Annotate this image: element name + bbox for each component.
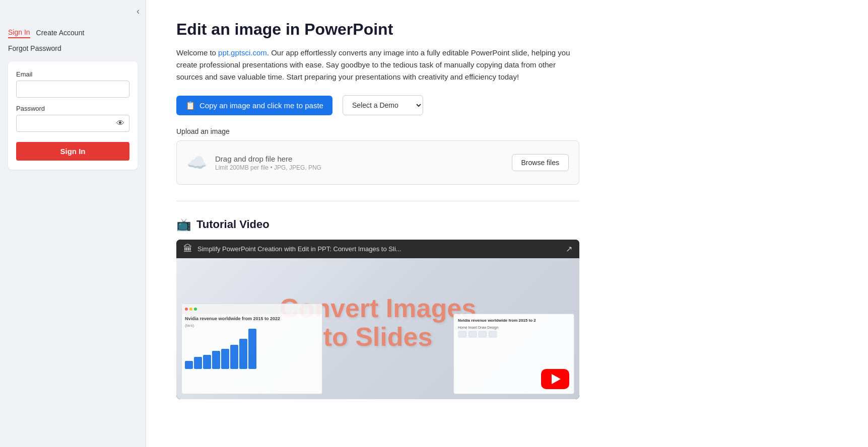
paste-button-label: Copy an image and click me to paste [199,101,323,110]
upload-left: ☁️ Drag and drop file here Limit 200MB p… [187,153,321,172]
upload-label: Upload an image [176,127,838,135]
video-bar-left: 🏛 Simplify PowerPoint Creation with Edit… [183,244,402,254]
slide-left-title: Nvidia revenue worldwide from 2015 to 20… [185,316,319,321]
tab-signin[interactable]: Sign In [8,28,30,38]
email-group: Email [16,70,129,98]
video-channel-icon: 🏛 [183,244,192,254]
file-limit-text: Limit 200MB per file • JPG, JPEG, PNG [215,164,321,171]
cloud-upload-icon: ☁️ [187,153,207,172]
video-title-text: Simplify PowerPoint Creation with Edit i… [197,245,402,253]
slide-preview-left: Nvidia revenue worldwide from 2015 to 20… [181,304,322,394]
share-icon[interactable]: ↗ [566,244,572,254]
slide-left-sub: (lars) [185,323,319,328]
description-prefix: Welcome to [176,48,218,57]
sign-in-button[interactable]: Sign In [16,142,129,161]
password-input[interactable] [16,115,129,132]
password-label: Password [16,105,129,112]
tab-create-account[interactable]: Create Account [36,28,85,38]
password-input-wrapper: 👁 [16,115,129,132]
dot-yellow [189,308,192,311]
video-container[interactable]: 🏛 Simplify PowerPoint Creation with Edit… [176,240,579,399]
upload-area[interactable]: ☁️ Drag and drop file here Limit 200MB p… [176,140,579,185]
actions-row: 📋 Copy an image and click me to paste Se… [176,95,838,115]
ppt-icon-4 [488,331,497,338]
tv-icon: 📺 [176,217,191,232]
collapse-button[interactable]: ‹ [137,6,140,17]
clipboard-icon: 📋 [185,101,195,110]
toggle-password-icon[interactable]: 👁 [116,119,124,128]
ppt-icon-1 [458,331,467,338]
video-thumbnail[interactable]: Convert Images to Slides Nvidia revenue … [176,258,579,399]
auth-tabs: Sign In Create Account Forgot Password [8,28,138,53]
site-link[interactable]: ppt.gptsci.com [218,48,267,57]
tutorial-title: Tutorial Video [196,218,270,231]
tab-forgot-password[interactable]: Forgot Password [8,44,61,53]
section-divider [176,201,579,201]
dot-green [194,308,197,311]
browse-files-button[interactable]: Browse files [512,154,569,171]
email-input[interactable] [16,81,129,98]
password-group: Password 👁 [16,105,129,132]
drag-text-group: Drag and drop file here Limit 200MB per … [215,155,321,171]
ppt-icon-2 [468,331,477,338]
tutorial-header: 📺 Tutorial Video [176,217,838,232]
signin-form: Email Password 👁 Sign In [8,61,138,170]
paste-button[interactable]: 📋 Copy an image and click me to paste [176,96,332,115]
email-label: Email [16,70,129,78]
slide-right-title: Nvidia revenue worldwide from 2015 to 2 [458,318,570,323]
demo-select[interactable]: Select a Demo Demo 1 Demo 2 Demo 3 [343,95,423,115]
description: Welcome to ppt.gptsci.com. Our app effor… [176,47,579,83]
slide-right-content: Home Insert Draw Design [458,326,570,338]
video-bar: 🏛 Simplify PowerPoint Creation with Edit… [176,240,579,258]
dot-red [185,308,188,311]
play-triangle-icon [552,374,561,384]
drag-drop-text: Drag and drop file here [215,155,321,163]
slide-right-icons [458,331,570,338]
sidebar: ‹ Sign In Create Account Forgot Password… [0,0,146,447]
slide-right-col1: Home Insert Draw Design [458,326,570,329]
bar-chart [185,331,319,371]
ppt-icon-3 [478,331,487,338]
youtube-play-button[interactable] [541,369,569,389]
main-content: Edit an image in PowerPoint Welcome to p… [146,0,868,447]
page-title: Edit an image in PowerPoint [176,20,838,39]
